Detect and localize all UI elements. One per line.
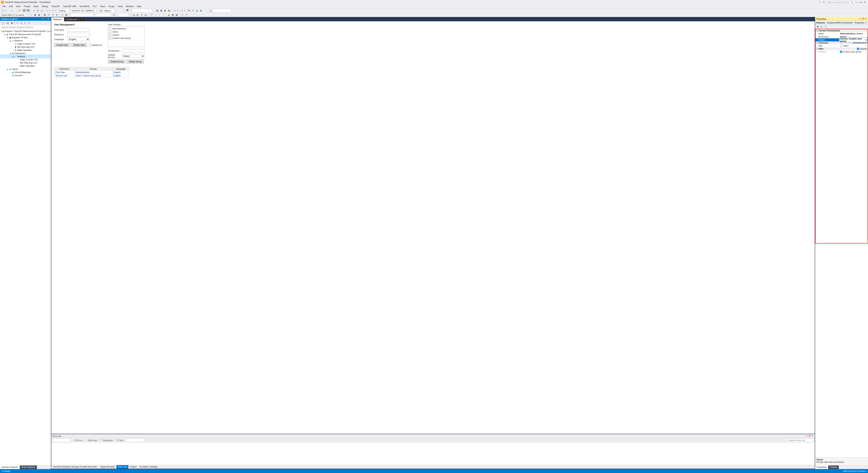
th-groups[interactable]: Groups [74, 67, 112, 71]
menu-file[interactable]: File [1, 5, 7, 8]
step-icon-3[interactable]: ↑ [157, 13, 161, 17]
menu-debug[interactable]: Debug [40, 5, 50, 8]
tb2-icon-2[interactable]: ▦ [33, 13, 37, 17]
cat-misc[interactable]: -Misc Guests [815, 47, 868, 50]
tree-project[interactable]: ◢▣TwinCAT Measurement Project61 [0, 33, 51, 36]
save-all-icon[interactable]: 💾 [26, 9, 30, 12]
add-source-control[interactable]: ↑ Add to Source Control ▴ [842, 470, 866, 472]
create-group-button[interactable]: Create Group [108, 60, 125, 63]
panel-menu-icon[interactable]: ▾ [859, 18, 861, 20]
alphabetical-icon[interactable]: A↓ [820, 25, 824, 28]
menu-twinsafe[interactable]: TwinSAFE [78, 5, 91, 8]
language-select[interactable]: English [67, 37, 90, 41]
minimize-button[interactable]: — [855, 1, 859, 3]
delete-user-button[interactable]: Delete User [71, 43, 87, 47]
advanced-checkbox[interactable] [89, 44, 92, 47]
tab-error-list[interactable]: Error List [116, 465, 128, 469]
tab-close-icon[interactable]: ✕ [81, 18, 83, 21]
prop-editor[interactable]: EditorAdministrators, Users [815, 32, 868, 35]
pin-icon[interactable]: 📌 [861, 18, 864, 20]
delete-group-button[interactable]: Delete Group [127, 60, 144, 63]
properties-object-row[interactable]: Network AnalyticsHMIContentNode - Proper… [815, 21, 868, 25]
icon-b1[interactable]: ▦ [171, 13, 175, 17]
tb2-icon-3[interactable]: ▦ [37, 13, 41, 17]
tab-properties[interactable]: Properties [815, 465, 828, 469]
menu-edit[interactable]: Edit [7, 5, 14, 8]
menu-team[interactable]: Team [98, 5, 107, 8]
panel-close-icon[interactable]: ✕ [864, 18, 867, 20]
prop-title[interactable]: TitleUsers [815, 44, 868, 47]
pause-icon[interactable]: ⏸ [140, 13, 144, 17]
tree-minmax-1[interactable]: ✱Min Max Avg 1Ch [0, 46, 51, 49]
nav-back-button[interactable]: ◯ [1, 9, 4, 12]
tb2-icon-6[interactable]: ↺ [51, 13, 55, 17]
tab-solution-explorer[interactable]: Solution Explorer [0, 465, 20, 469]
new-project-icon[interactable]: 📄 [8, 9, 11, 12]
redo-icon[interactable]: ↷ [51, 9, 55, 12]
password-input[interactable] [67, 33, 90, 36]
tb-doc-icon[interactable]: 📄 [203, 9, 207, 12]
errors-filter[interactable]: ⊘Errors [72, 439, 84, 442]
se-icon-2[interactable]: ⊘ [19, 21, 23, 25]
feedback-icon[interactable]: ✎ [822, 1, 826, 4]
paste-icon[interactable]: 📋 [40, 9, 43, 12]
create-user-button[interactable]: Create User [54, 43, 70, 47]
tb-screen-icon[interactable]: 🖥 [195, 9, 199, 12]
skip-end-icon[interactable]: ⏭ [144, 13, 147, 17]
platform-dropdown[interactable]: TwinCAT CE7 (ARMV7) [70, 9, 97, 12]
empty-dropdown-3[interactable] [96, 13, 112, 17]
empty-dropdown-4[interactable] [118, 13, 130, 17]
tb-icon-2[interactable]: ▦ [159, 9, 163, 12]
tree-math-1[interactable]: %Math Operation [0, 49, 51, 52]
viewer-admin-checkbox[interactable] [850, 42, 852, 44]
warnings-filter[interactable]: ⚠Warnings [84, 439, 99, 442]
viewer-custom-checkbox[interactable] [840, 51, 842, 53]
error-list-header[interactable]: Error List ▾ 📌 ✕ [51, 434, 815, 438]
tree-analytics[interactable]: ◢▣Analytics Project [0, 36, 51, 39]
tab-pin-icon[interactable]: ⏵ [79, 18, 81, 21]
tab-team-explorer[interactable]: Team Explorer [20, 466, 37, 469]
tab-target-browser[interactable]: Target Browser [99, 465, 116, 469]
advanced-checkbox-label[interactable]: Advanced [89, 44, 102, 47]
cat-access-permissions[interactable]: -Access Permissions [815, 29, 868, 32]
num-dropdown[interactable]: 2 [130, 9, 153, 12]
skip-start-icon[interactable]: ⏮ [132, 13, 135, 17]
tab-storage-provider[interactable]: TwinCAT Analytics Storage Provider Recor… [51, 465, 99, 469]
tab-output[interactable]: Output [128, 465, 138, 469]
tb-icon-1[interactable]: ▦ [155, 9, 159, 12]
icon-reload2[interactable]: ↻ [181, 13, 184, 17]
tb-icon-6[interactable]: ▭ [180, 9, 184, 12]
icon-b2[interactable]: ▦ [175, 13, 179, 17]
pin-icon[interactable]: 📌 [808, 435, 811, 437]
new-item-icon[interactable]: 📄 [13, 9, 17, 12]
step-icon-1[interactable]: ↷ [150, 13, 153, 17]
tb-chart-icon[interactable]: 📊 [209, 9, 212, 12]
tb2-icon-8[interactable]: ✎ [61, 13, 64, 17]
copy-icon[interactable]: ⧉ [36, 9, 40, 12]
cut-icon[interactable]: ✂ [32, 9, 36, 12]
menu-tools[interactable]: Tools [116, 5, 124, 8]
solution-search[interactable] [0, 25, 51, 29]
tb-reload-icon[interactable]: ↻ [191, 9, 195, 12]
properties-header[interactable]: Properties ▾ 📌 ✕ [815, 17, 868, 21]
pin-icon[interactable]: 📌 [44, 18, 47, 20]
error-scope-dropdown[interactable] [52, 439, 72, 442]
menu-twincat-hmi[interactable]: TwinCAT HMI [61, 5, 78, 8]
step-icon-4[interactable]: ○ [161, 13, 165, 17]
menu-help[interactable]: Help [135, 5, 143, 8]
menu-view[interactable]: View [14, 5, 22, 8]
tb2-icon-5[interactable]: ↻ [47, 13, 51, 17]
group-guests-checkbox[interactable] [109, 34, 112, 36]
tb2-icon-1[interactable]: ↗ [29, 13, 33, 17]
prop-viewer[interactable]: ViewerGuests, Custom user group▾ [815, 38, 868, 41]
icon-reload3[interactable]: ↺ [185, 13, 188, 17]
se-icon-1[interactable]: ▦ [10, 21, 13, 25]
messages-filter[interactable]: ⓘMessages [99, 439, 115, 442]
se-icon-3[interactable]: ▭ [27, 21, 31, 25]
error-extra-dropdown[interactable] [125, 439, 145, 442]
empty-dropdown[interactable] [213, 9, 232, 12]
home-icon[interactable]: 🏠 [6, 21, 10, 25]
tree-sources[interactable]: ▣Sources [0, 74, 51, 77]
tab-dashboard[interactable]: Dashboard*⏵✕ [64, 18, 85, 21]
username-input[interactable] [67, 28, 90, 32]
